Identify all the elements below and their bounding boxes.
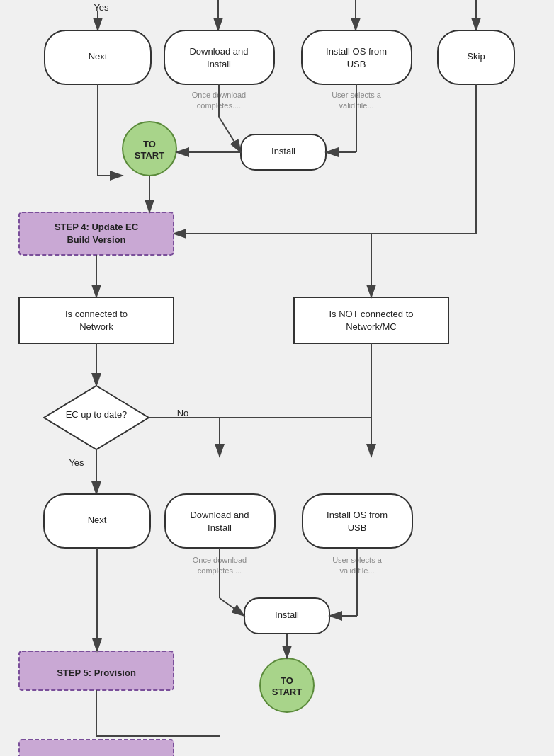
svg-text:Install OS from: Install OS from [327, 510, 388, 520]
svg-text:Skip: Skip [467, 51, 485, 62]
svg-text:Install: Install [207, 59, 231, 69]
node-to-start-1: TO START [123, 122, 176, 176]
node-to-start-2: TO START [260, 658, 314, 712]
svg-text:Next: Next [88, 515, 107, 525]
svg-text:STEP 4: Update EC: STEP 4: Update EC [55, 222, 139, 232]
svg-text:Install: Install [275, 609, 299, 620]
node-install-usb-top: Install OS from USB [302, 30, 412, 84]
svg-rect-65 [303, 494, 412, 548]
svg-rect-39 [19, 297, 174, 343]
svg-text:Is NOT connected to: Is NOT connected to [329, 309, 414, 319]
svg-rect-42 [294, 297, 448, 343]
svg-text:USB: USB [347, 59, 366, 69]
svg-line-81 [220, 598, 244, 616]
svg-rect-34 [19, 212, 174, 255]
svg-text:TO: TO [143, 139, 156, 149]
svg-text:USB: USB [348, 522, 367, 533]
svg-rect-8 [164, 30, 274, 84]
svg-text:Install: Install [208, 522, 232, 533]
node-next-top: Next [45, 30, 151, 84]
svg-rect-87 [19, 740, 174, 756]
node-skip-top: Skip [438, 30, 514, 84]
node-is-not-connected: Is NOT connected to Network/MC [294, 297, 448, 343]
svg-rect-11 [302, 30, 412, 84]
node-install-usb-bottom: Install OS from USB [303, 494, 412, 548]
svg-text:Download and: Download and [189, 46, 248, 57]
svg-text:STEP 5: Provision: STEP 5: Provision [57, 668, 136, 678]
node-step5: STEP 5: Provision [19, 651, 174, 690]
svg-text:Yes: Yes [94, 2, 109, 13]
svg-text:EC up to date?: EC up to date? [66, 409, 128, 420]
node-is-connected: Is connected to Network [19, 297, 174, 343]
node-next-bottom: Next [44, 494, 150, 548]
node-install-top: Install [241, 134, 326, 170]
svg-text:Install: Install [271, 146, 295, 156]
svg-line-28 [219, 117, 241, 152]
node-download-bottom: Download and Install [165, 494, 275, 548]
node-step4: STEP 4: Update EC Build Version [19, 212, 174, 255]
node-step6-partial [19, 740, 174, 756]
node-download-top: Download and Install [164, 30, 274, 84]
svg-text:Network: Network [79, 321, 113, 332]
svg-text:START: START [135, 150, 164, 161]
node-install-bottom: Install [244, 598, 329, 634]
svg-rect-62 [165, 494, 275, 548]
svg-text:START: START [272, 687, 302, 697]
svg-text:Next: Next [89, 51, 108, 62]
svg-text:Network/MC: Network/MC [346, 321, 397, 332]
svg-text:TO: TO [281, 675, 293, 686]
node-ec-diamond: EC up to date? [44, 386, 149, 449]
svg-text:Yes: Yes [69, 457, 84, 468]
svg-text:Download and: Download and [190, 510, 249, 520]
svg-text:Build Version: Build Version [67, 234, 125, 245]
svg-text:Is connected to: Is connected to [65, 309, 128, 319]
svg-text:Install OS from: Install OS from [326, 46, 387, 57]
